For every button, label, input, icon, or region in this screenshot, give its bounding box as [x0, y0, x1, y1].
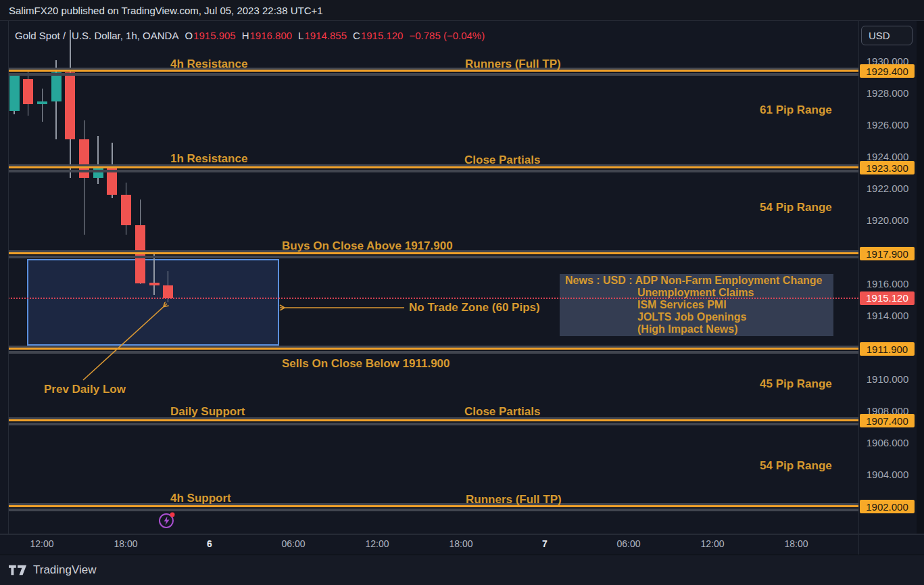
price-grid-label: 1906.000	[858, 437, 917, 449]
annotation-4h-support: 4h Support	[170, 491, 231, 506]
chart-area: Gold Spot / U.S. Dollar, 1h, OANDA O1915…	[0, 20, 924, 534]
price-level-badge: 1929.400	[860, 64, 915, 78]
lightning-bolt-icon	[164, 517, 170, 525]
annotation-45-pip-range: 45 Pip Range	[760, 377, 832, 392]
pane-left-margin	[0, 20, 8, 534]
time-label: 7	[542, 538, 548, 549]
current-price-badge: 1915.120	[860, 291, 915, 305]
time-label: 12:00	[30, 538, 53, 549]
time-axis-corner-border	[858, 535, 859, 555]
level-border-line	[8, 73, 858, 76]
level-line	[8, 166, 858, 168]
candle-wick	[153, 254, 155, 295]
price-level-badge: 1907.400	[860, 414, 915, 427]
price-grid-label: 1926.000	[858, 119, 917, 131]
annotation-4h-resistance: 4h Resistance	[170, 57, 247, 72]
annotation-daily-support: Daily Support	[170, 404, 245, 419]
footer-bar: TradingView	[0, 555, 924, 585]
tradingview-brand-text[interactable]: TradingView	[33, 563, 97, 577]
currency-button[interactable]: USD	[861, 26, 913, 45]
symbol-description: U.S. Dollar, 1h, OANDA	[72, 30, 178, 41]
time-label: 18:00	[114, 538, 137, 549]
symbol-name: Gold Spot /	[15, 30, 66, 41]
level-line-band	[8, 346, 858, 353]
price-level-badge: 1923.300	[860, 161, 915, 174]
level-line-band	[8, 68, 858, 75]
news-annotation-box: News : USD : ADP Non-Farm Employment Cha…	[560, 274, 833, 336]
time-label: 12:00	[365, 538, 389, 549]
chart-pane[interactable]: Gold Spot / U.S. Dollar, 1h, OANDA O1915…	[8, 20, 858, 534]
ohlc-high: H1916.800	[242, 30, 292, 41]
ohlc-open: O1915.905	[185, 30, 235, 41]
price-level-badge: 1917.900	[860, 247, 915, 260]
level-border-line	[8, 351, 858, 354]
candle-body	[65, 72, 75, 139]
price-level-badge: 1902.000	[860, 500, 915, 513]
annotation-close-partials: Close Partials	[464, 404, 540, 419]
candle-wick	[42, 89, 43, 122]
ohlc-low: L1914.855	[298, 30, 347, 41]
annotation-runners-full-tp: Runners (Full TP)	[466, 492, 562, 507]
publisher-bar: SalimFX20 published on TradingView.com, …	[0, 0, 924, 20]
price-grid-label: 1928.000	[858, 87, 917, 99]
level-border-line	[8, 256, 858, 258]
candle-body	[9, 76, 20, 111]
time-label: 18:00	[784, 538, 808, 549]
time-label: 18:00	[449, 538, 472, 549]
price-grid-label: 1910.000	[858, 373, 917, 385]
level-line	[8, 505, 858, 507]
annotation-sells-on-close-below-1911-900: Sells On Close Below 1911.900	[282, 356, 450, 371]
candle-body	[121, 195, 131, 225]
level-border-line	[8, 423, 858, 425]
level-line	[8, 70, 858, 72]
price-grid-label: 1914.000	[858, 310, 917, 322]
publisher-text: SalimFX20 published on TradingView.com, …	[9, 5, 323, 16]
annotation-runners-full-tp: Runners (Full TP)	[465, 57, 561, 72]
ohlc-close: C1915.120	[353, 30, 403, 41]
notification-dot	[170, 513, 175, 517]
annotation-buys-on-close-above-1917-900: Buys On Close Above 1917.900	[282, 239, 453, 254]
current-price-line	[8, 298, 858, 299]
price-axis[interactable]: USD 1929.4001923.3001917.9001911.9001907…	[858, 20, 917, 534]
tradingview-logo-icon[interactable]	[9, 565, 27, 576]
candle-body	[51, 72, 62, 101]
annotation-61-pip-range: 61 Pip Range	[760, 103, 832, 118]
pane-left-border	[8, 20, 9, 534]
candle-body	[149, 283, 160, 286]
chart-legend: Gold Spot / U.S. Dollar, 1h, OANDA O1915…	[15, 28, 485, 43]
news-line: ISM Services PMI	[560, 299, 833, 311]
level-border-line	[8, 509, 858, 511]
pane-bottom-border	[0, 534, 924, 534]
annotation-close-partials: Close Partials	[464, 153, 540, 168]
axis-right-margin	[917, 20, 924, 534]
price-grid-label: 1922.000	[858, 183, 917, 195]
candle-body	[23, 79, 33, 105]
annotation-no-trade-zone-60-pips: No Trade Zone (60 Pips)	[409, 300, 540, 315]
annotation-prev-daily-low: Prev Daily Low	[44, 382, 126, 397]
level-line-band	[8, 417, 858, 425]
time-label: 06:00	[281, 538, 305, 549]
time-axis[interactable]: 12:0018:00606:0012:0018:00706:0012:0018:…	[8, 535, 858, 555]
level-line-band	[8, 164, 858, 172]
annotation-54-pip-range: 54 Pip Range	[760, 200, 832, 215]
price-axis-border	[858, 20, 859, 534]
level-line	[8, 419, 858, 421]
annotation-54-pip-range: 54 Pip Range	[760, 459, 832, 473]
price-change: −0.785 (−0.04%)	[409, 30, 485, 41]
level-line	[8, 348, 858, 350]
candle-body	[163, 285, 173, 298]
candle-body	[37, 101, 47, 105]
news-line: News : USD : ADP Non-Farm Employment Cha…	[560, 275, 833, 287]
level-line-band	[8, 503, 858, 511]
time-axis-row: 12:0018:00606:0012:0018:00706:0012:0018:…	[0, 534, 924, 555]
price-grid-label: 1916.000	[858, 278, 917, 290]
level-border-line	[8, 170, 858, 172]
news-line: (High Impact News)	[560, 323, 833, 335]
pane-top-border	[0, 20, 924, 21]
flash-idea-icon[interactable]	[157, 511, 176, 530]
time-label: 12:00	[700, 538, 724, 549]
time-label: 6	[207, 538, 212, 549]
price-grid-label: 1904.000	[858, 469, 917, 481]
price-level-badge: 1911.900	[860, 342, 915, 356]
price-grid-label: 1920.000	[858, 214, 917, 227]
